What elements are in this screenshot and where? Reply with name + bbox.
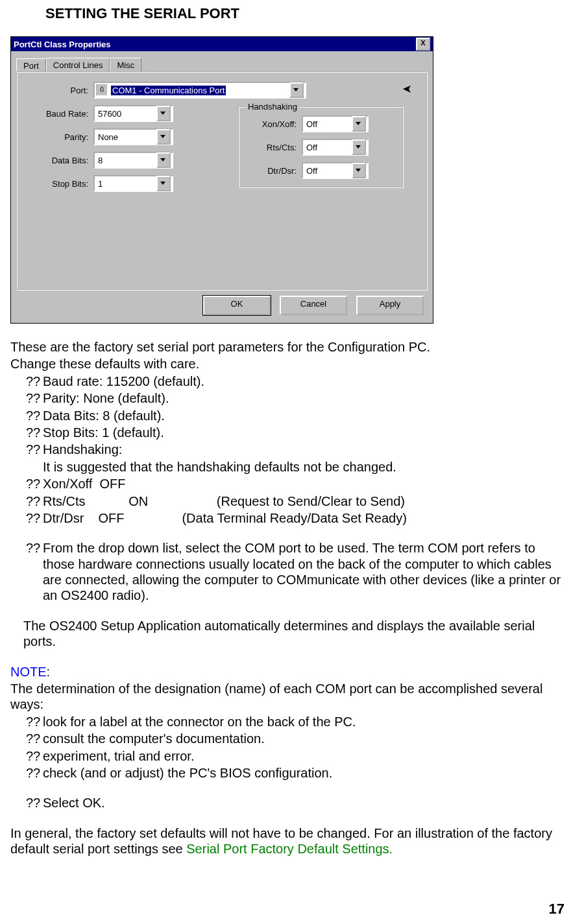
list-item: From the drop down list, select the COM … bbox=[43, 540, 565, 604]
rtscts-value: Off bbox=[304, 143, 352, 152]
tab-port[interactable]: Port bbox=[16, 58, 46, 73]
label-databits: Data Bits: bbox=[27, 156, 88, 165]
xonxoff-value: Off bbox=[304, 119, 352, 129]
list-item: Data Bits: 8 (default). bbox=[43, 408, 565, 423]
parity-select-value: None bbox=[96, 132, 156, 142]
list-item: Xon/Xoff OFF bbox=[43, 476, 565, 492]
list-item: check (and or adjust) the PC's BIOS conf… bbox=[43, 765, 565, 781]
tab-panel-port: ➤ Port: ⎙ COM1 - Communications Port Bau… bbox=[16, 71, 428, 290]
document-body: These are the factory set serial port pa… bbox=[10, 339, 565, 857]
bullet-icon: ?? bbox=[23, 493, 43, 509]
port-select[interactable]: ⎙ COM1 - Communications Port bbox=[93, 82, 306, 99]
label-rtscts: Rts/Cts: bbox=[246, 143, 297, 152]
baud-select-value: 57600 bbox=[96, 109, 156, 119]
cursor-icon: ➤ bbox=[402, 82, 412, 96]
bullet-icon: ?? bbox=[23, 390, 43, 406]
list-item: Baud rate: 115200 (default). bbox=[43, 373, 565, 389]
chevron-down-icon[interactable] bbox=[352, 116, 366, 132]
label-parity: Parity: bbox=[27, 132, 88, 142]
port-select-value: COM1 - Communications Port bbox=[111, 86, 226, 95]
chevron-down-icon[interactable] bbox=[156, 129, 171, 145]
bullet-icon: ?? bbox=[23, 373, 43, 389]
handshaking-legend: Handshaking bbox=[246, 102, 299, 112]
portctl-dialog: PortCtl Class Properties X Port Control … bbox=[10, 36, 433, 324]
chevron-down-icon[interactable] bbox=[352, 139, 366, 155]
list-item-continuation: It is suggested that the handshaking def… bbox=[43, 459, 565, 475]
chevron-down-icon[interactable] bbox=[156, 176, 171, 191]
list-item: consult the computer's documentation. bbox=[43, 731, 565, 746]
dtrdsr-select[interactable]: Off bbox=[302, 162, 369, 179]
chevron-down-icon[interactable] bbox=[156, 152, 171, 168]
apply-button[interactable]: Apply bbox=[356, 296, 424, 315]
chevron-down-icon[interactable] bbox=[289, 82, 304, 98]
baud-select[interactable]: 57600 bbox=[93, 105, 173, 122]
note-body: The determination of the designation (na… bbox=[10, 681, 565, 713]
databits-select-value: 8 bbox=[96, 156, 156, 165]
serial-port-icon: ⎙ bbox=[96, 84, 108, 96]
bullet-icon: ?? bbox=[23, 442, 43, 457]
label-xonxoff: Xon/Xoff: bbox=[246, 119, 297, 129]
note-heading: NOTE: bbox=[10, 664, 565, 680]
label-port: Port: bbox=[27, 86, 88, 95]
bullet-icon: ?? bbox=[23, 510, 43, 526]
label-stopbits: Stop Bits: bbox=[27, 179, 88, 189]
section-heading: SETTING THE SERIAL PORT bbox=[45, 5, 565, 22]
list-item: experiment, trial and error. bbox=[43, 748, 565, 764]
bullet-icon: ?? bbox=[23, 714, 43, 729]
page-number: 17 bbox=[549, 901, 565, 918]
dialog-tabs: Port Control Lines Misc bbox=[16, 55, 428, 72]
tab-misc[interactable]: Misc bbox=[110, 58, 141, 72]
colon: : bbox=[47, 665, 51, 679]
list-item: Handshaking: bbox=[43, 442, 565, 457]
intro-line-1: These are the factory set serial port pa… bbox=[10, 339, 565, 355]
dialog-title: PortCtl Class Properties bbox=[14, 40, 416, 49]
ok-button[interactable]: OK bbox=[203, 296, 271, 315]
list-item: Rts/Cts ON (Request to Send/Clear to Sen… bbox=[43, 493, 565, 509]
stopbits-select[interactable]: 1 bbox=[93, 175, 173, 192]
bullet-icon: ?? bbox=[23, 425, 43, 440]
label-dtrdsr: Dtr/Dsr: bbox=[246, 166, 297, 176]
tab-control-lines[interactable]: Control Lines bbox=[46, 58, 110, 72]
chevron-down-icon[interactable] bbox=[156, 106, 171, 121]
intro-line-2: Change these defaults with care. bbox=[10, 356, 565, 372]
bullet-icon: ?? bbox=[23, 540, 43, 604]
handshaking-group: Handshaking Xon/Xoff: Off Rts/Cts: Off bbox=[238, 106, 404, 188]
chevron-down-icon[interactable] bbox=[352, 163, 366, 178]
list-item: Stop Bits: 1 (default). bbox=[43, 425, 565, 440]
serial-port-defaults-link[interactable]: Serial Port Factory Default Settings. bbox=[186, 842, 393, 856]
xonxoff-select[interactable]: Off bbox=[302, 115, 369, 132]
rtscts-select[interactable]: Off bbox=[302, 139, 369, 156]
note-label: NOTE bbox=[10, 665, 47, 679]
stopbits-select-value: 1 bbox=[96, 179, 156, 189]
cancel-button[interactable]: Cancel bbox=[280, 296, 347, 315]
bullet-icon: ?? bbox=[23, 476, 43, 492]
parity-select[interactable]: None bbox=[93, 128, 173, 145]
bullet-icon: ?? bbox=[23, 795, 43, 811]
paragraph: The OS2400 Setup Application automatical… bbox=[23, 618, 565, 650]
list-item: Parity: None (default). bbox=[43, 390, 565, 406]
databits-select[interactable]: 8 bbox=[93, 152, 173, 169]
list-item: Dtr/Dsr OFF (Data Terminal Ready/Data Se… bbox=[43, 510, 565, 526]
list-item: look for a label at the connector on the… bbox=[43, 714, 565, 729]
final-paragraph: In general, the factory set defaults wil… bbox=[10, 825, 565, 857]
dialog-titlebar: PortCtl Class Properties X bbox=[11, 37, 433, 51]
label-baud: Baud Rate: bbox=[27, 109, 88, 119]
dtrdsr-value: Off bbox=[304, 166, 352, 176]
bullet-icon: ?? bbox=[23, 731, 43, 746]
bullet-icon: ?? bbox=[23, 765, 43, 781]
close-icon[interactable]: X bbox=[416, 38, 430, 51]
bullet-icon: ?? bbox=[23, 408, 43, 423]
list-item: Select OK. bbox=[43, 795, 565, 811]
bullet-icon: ?? bbox=[23, 748, 43, 764]
